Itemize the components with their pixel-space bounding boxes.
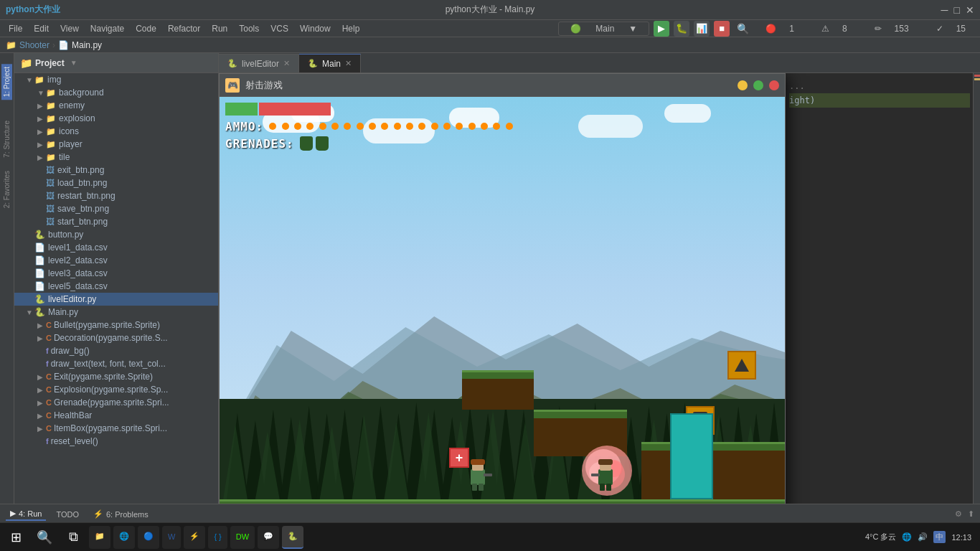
game-close-button[interactable]: ✕	[769, 80, 779, 90]
explorer-icon: 📁	[95, 532, 105, 541]
tree-item-itembox[interactable]: ▶ C ItemBox(pygame.sprite.Spri...	[14, 422, 218, 435]
taskview-button[interactable]: ⧉	[60, 524, 86, 550]
code-editor[interactable]: ... ight) 🎮 射击游戏 ─ □ ✕	[219, 73, 980, 504]
tree-item-load-btn[interactable]: 🖼 load_btn.png	[14, 176, 218, 189]
tree-item-button-py[interactable]: 🐍 button.py	[14, 228, 218, 241]
taskbar-word[interactable]: W	[162, 526, 181, 549]
tree-item-img[interactable]: ▼ 📁 img	[14, 73, 218, 86]
class-decoration-icon: C	[46, 334, 52, 342]
game-maximize-button[interactable]: □	[753, 80, 763, 90]
project-sidebar: 📁 Project ▼ ▼ 📁 img ▼ 📁 background ▶ 📁 e	[14, 53, 219, 504]
taskbar-explorer[interactable]: 📁	[89, 526, 110, 549]
start-button[interactable]: ⊞	[3, 524, 29, 550]
tree-item-decoration[interactable]: ▶ C Decoration(pygame.sprite.S...	[14, 331, 218, 344]
tab-live-editor-close[interactable]: ✕	[283, 59, 290, 68]
menu-tools[interactable]: Tools	[233, 24, 265, 34]
tree-item-reset-level[interactable]: f reset_level()	[14, 435, 218, 448]
menu-view[interactable]: View	[55, 24, 85, 34]
taskbar-edge[interactable]: 🌐	[113, 526, 135, 549]
run-config-selector[interactable]: 🟢 Main ▼	[558, 22, 649, 36]
menu-help[interactable]: Help	[336, 24, 366, 34]
breadcrumb-shooter[interactable]: Shooter	[19, 40, 50, 50]
favorites-panel-tab[interactable]: 2: Favorites	[1, 168, 12, 211]
arrow-decoration: ▶	[37, 334, 44, 342]
tree-item-save-btn[interactable]: 🖼 save_btn.png	[14, 202, 218, 215]
pycharm-icon: ⚡	[189, 532, 199, 541]
tree-item-exit[interactable]: ▶ C Exit(pygame.sprite.Sprite)	[14, 370, 218, 383]
bottom-tab-todo[interactable]: TODO	[52, 509, 83, 520]
bottom-tab-problems[interactable]: ⚡ 6: Problems	[89, 508, 153, 520]
tab-main-close[interactable]: ✕	[345, 59, 352, 68]
search-taskbar-button[interactable]: 🔍	[32, 524, 57, 550]
arrow-explosion-class: ▶	[37, 386, 44, 394]
menu-navigate[interactable]: Navigate	[85, 24, 130, 34]
menu-window[interactable]: Window	[294, 24, 336, 34]
tree-item-draw-bg[interactable]: f draw_bg()	[14, 344, 218, 357]
menu-vcs[interactable]: VCS	[265, 24, 294, 34]
tree-item-bullet[interactable]: ▶ C Bullet(pygame.sprite.Sprite)	[14, 319, 218, 331]
platform-right	[641, 442, 785, 499]
tree-item-grenade[interactable]: ▶ C Grenade(pygame.sprite.Spri...	[14, 396, 218, 409]
tree-item-main-py[interactable]: ▼ 🐍 Main.py	[14, 306, 218, 319]
tree-item-explosion[interactable]: ▶ C Explosion(pygame.sprite.Sp...	[14, 383, 218, 396]
tree-item-restart-btn[interactable]: 🖼 restart_btn.png	[14, 189, 218, 202]
tab-main[interactable]: 🐍 Main ✕	[299, 54, 361, 72]
tree-item-exit-btn[interactable]: 🖼 exit_btn.png	[14, 164, 218, 176]
grenades-row: GRENADES:	[225, 136, 514, 151]
svg-rect-57	[472, 484, 477, 491]
taskbar-dw[interactable]: DW	[230, 526, 255, 549]
project-panel-tab[interactable]: 1: Project	[1, 64, 12, 100]
menu-code[interactable]: Code	[130, 24, 162, 34]
tree-item-draw-text[interactable]: f draw_text(text, font, text_col...	[14, 357, 218, 370]
typo-icon: ✓	[930, 24, 949, 34]
taskbar-vscode[interactable]: { }	[208, 526, 227, 549]
breadcrumb-sep1: ›	[52, 40, 55, 50]
game-window[interactable]: 🎮 射击游戏 ─ □ ✕	[219, 73, 786, 504]
maximize-button[interactable]: □	[954, 4, 960, 16]
folder-bg-icon: 📁	[46, 88, 56, 98]
stop-button[interactable]: ■	[714, 21, 730, 37]
svg-rect-56	[484, 474, 492, 476]
tree-item-icons[interactable]: ▶ 📁 icons	[14, 125, 218, 138]
tree-item-level1[interactable]: 📄 level1_data.csv	[14, 241, 218, 254]
class-healthbar-icon: C	[46, 411, 52, 420]
menu-refactor[interactable]: Refactor	[162, 24, 206, 34]
grass-top	[220, 499, 785, 504]
tree-item-level2[interactable]: 📄 level2_data.csv	[14, 254, 218, 267]
tree-item-healthbar[interactable]: ▶ C HealthBar	[14, 409, 218, 422]
tab-live-editor[interactable]: 🐍 livelEditor ✕	[219, 54, 299, 72]
breadcrumb-file[interactable]: Main.py	[72, 40, 102, 50]
run-button[interactable]: ▶	[654, 21, 669, 37]
close-button[interactable]: ✕	[966, 4, 974, 16]
tree-item-background[interactable]: ▼ 📁 background	[14, 86, 218, 99]
menu-file[interactable]: File	[3, 24, 28, 34]
tree-item-level-editor[interactable]: 🐍 livelEditor.py	[14, 293, 218, 306]
taskbar-python[interactable]: 🐍	[282, 526, 303, 549]
structure-panel-tab[interactable]: 7: Structure	[1, 118, 12, 161]
search-button[interactable]: 🔍	[734, 20, 751, 37]
tree-item-start-btn[interactable]: 🖼 start_btn.png	[14, 215, 218, 228]
ammo-dot-11	[394, 123, 401, 130]
settings-icon[interactable]: ⚙	[955, 509, 962, 519]
debug-button[interactable]: 🐛	[674, 21, 689, 37]
tree-item-level3[interactable]: 📄 level3_data.csv	[14, 267, 218, 280]
coverage-button[interactable]: 📊	[694, 21, 710, 37]
bottom-tab-run[interactable]: ▶ 4: Run	[6, 507, 46, 521]
minimize-button[interactable]: ─	[941, 4, 948, 16]
tree-item-enemy[interactable]: ▶ 📁 enemy	[14, 99, 218, 112]
sidebar-dropdown-icon[interactable]: ▼	[70, 59, 77, 67]
tree-item-player[interactable]: ▶ 📁 player	[14, 138, 218, 151]
func-reset-icon: f	[46, 437, 49, 446]
func-draw-bg-label: draw_bg()	[51, 346, 90, 356]
taskbar-chrome[interactable]: 🔵	[138, 526, 159, 549]
tree-item-tile[interactable]: ▶ 📁 tile	[14, 151, 218, 164]
tree-item-level5[interactable]: 📄 level5_data.csv	[14, 280, 218, 293]
menu-edit[interactable]: Edit	[28, 24, 55, 34]
taskbar-pycharm[interactable]: ⚡	[184, 526, 205, 549]
game-minimize-button[interactable]: ─	[738, 80, 748, 90]
tree-item-explosion[interactable]: ▶ 📁 explosion	[14, 112, 218, 125]
expand-icon[interactable]: ⬆	[968, 509, 974, 519]
menu-run[interactable]: Run	[206, 24, 233, 34]
taskbar-wechat[interactable]: 💬	[258, 526, 279, 549]
ammo-dot-20	[506, 123, 513, 130]
